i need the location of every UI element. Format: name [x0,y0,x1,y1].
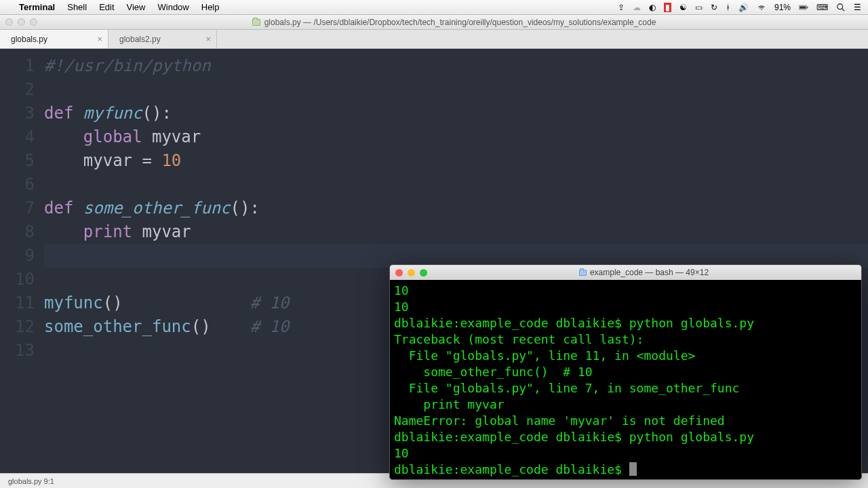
app-name[interactable]: Terminal [19,2,55,12]
red-square-icon[interactable]: ▮ [664,3,671,12]
term-line: File "globals.py", line 11, in <module> [394,348,695,363]
term-line: Traceback (most recent call last): [394,332,644,346]
dropbox-icon[interactable]: ⇪ [618,3,625,12]
terminal-body[interactable]: 10 10 dblaikie:example_code dblaikie$ py… [390,280,861,480]
spotlight-icon[interactable] [836,3,846,12]
close-button[interactable] [5,18,13,26]
term-line: dblaikie:example_code dblaikie$ python g… [394,430,754,444]
tab-globals[interactable]: globals.py × [0,30,108,48]
svg-point-3 [837,3,843,9]
menu-help[interactable]: Help [201,2,220,12]
term-line: dblaikie:example_code dblaikie$ python g… [394,316,754,330]
keyboard-icon[interactable]: ⌨ [816,3,828,12]
zoom-button[interactable] [420,269,427,277]
bluetooth-icon[interactable]: ᚼ [726,3,730,12]
cloud-icon[interactable]: ☁ [633,3,641,12]
menu-window[interactable]: Window [158,2,189,12]
term-line: NameError: global name 'myvar' is not de… [394,413,725,428]
term-line: dblaikie:example_code dblaikie$ [394,462,629,476]
menu-edit[interactable]: Edit [99,2,114,12]
circle-icon[interactable]: ◐ [649,3,656,12]
tab-label: globals.py [11,35,47,44]
term-line: 10 [394,300,409,314]
close-icon[interactable]: × [205,34,211,44]
folder-icon [579,270,587,276]
term-line: File "globals.py", line 7, in some_other… [394,381,739,395]
term-line: some_other_func() # 10 [394,365,593,379]
menu-shell[interactable]: Shell [67,2,87,12]
menu-view[interactable]: View [127,2,146,12]
close-button[interactable] [395,269,403,277]
battery-percent: 91% [774,3,791,12]
cursor [629,462,637,476]
terminal-title: example_code — bash — 49×12 [590,268,709,277]
file-icon [252,19,260,26]
tab-globals2[interactable]: globals2.py × [108,30,217,48]
term-line: print myvar [394,397,505,411]
terminal-window[interactable]: example_code — bash — 49×12 10 10 dblaik… [389,264,862,480]
zoom-button[interactable] [30,18,37,26]
svg-line-4 [842,8,845,11]
close-icon[interactable]: × [97,34,102,44]
tabbar: globals.py × globals2.py × [0,30,868,49]
tab-label: globals2.py [119,35,161,44]
term-line: 10 [394,446,409,460]
menubar-status-area: ⇪ ☁ ◐ ▮ ☯ ▭ ↻ ᚼ 🔊 91% ⌨ ☰ [618,3,861,12]
macos-menubar: Terminal Shell Edit View Window Help ⇪ ☁… [0,0,868,15]
minimize-button[interactable] [18,18,25,26]
minimize-button[interactable] [408,269,415,277]
notifications-icon[interactable]: ☰ [854,3,861,12]
window-title: globals.py — /Users/dblaikie/Dropbox/tec… [264,18,656,27]
display-icon[interactable]: ▭ [695,3,703,12]
line-gutter: 123 456 789 101112 13 [0,49,44,470]
timemachine-icon[interactable]: ↻ [711,3,717,12]
term-line: 10 [394,283,409,298]
editor-titlebar: globals.py — /Users/dblaikie/Dropbox/tec… [0,15,868,30]
traffic-lights [5,18,37,26]
terminal-titlebar[interactable]: example_code — bash — 49×12 [390,265,861,280]
volume-icon[interactable]: 🔊 [738,3,749,12]
yin-yang-icon[interactable]: ☯ [679,3,687,12]
wifi-icon[interactable] [757,3,766,12]
svg-rect-2 [800,6,806,9]
battery-icon[interactable] [799,3,808,12]
svg-rect-1 [807,6,808,7]
status-text: globals.py 9:1 [8,477,54,485]
